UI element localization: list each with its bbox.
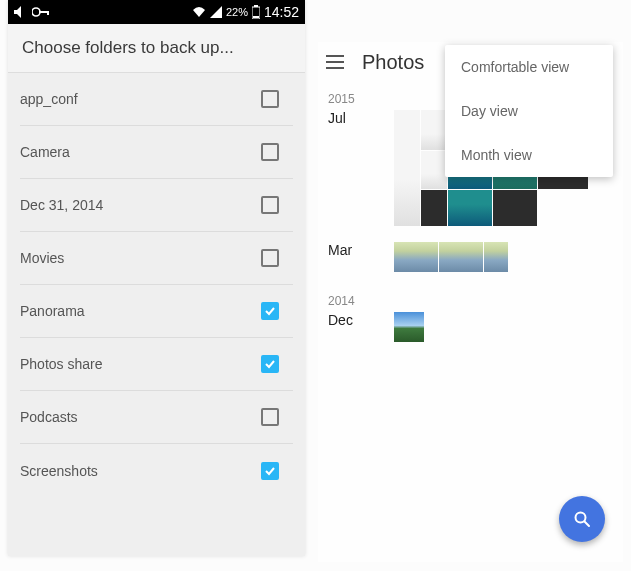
- photo-thumbnail[interactable]: [394, 110, 420, 226]
- folder-row[interactable]: Photos share: [20, 338, 293, 391]
- folder-label: Photos share: [20, 356, 261, 372]
- photos-screen: Photos Comfortable view Day view Month v…: [318, 42, 623, 562]
- folder-label: Camera: [20, 144, 261, 160]
- menu-item-comfortable[interactable]: Comfortable view: [445, 45, 613, 89]
- month-row: Mar: [318, 238, 623, 276]
- search-fab[interactable]: [559, 496, 605, 542]
- checkbox[interactable]: [261, 196, 279, 214]
- svg-marker-4: [210, 6, 222, 18]
- folder-label: Podcasts: [20, 409, 261, 425]
- photo-thumbnail[interactable]: [421, 151, 447, 189]
- photos-title: Photos: [362, 51, 424, 74]
- battery-percent: 22%: [226, 6, 248, 18]
- folder-label: Dec 31, 2014: [20, 197, 261, 213]
- month-row: Dec: [318, 308, 623, 346]
- status-bar: 22% 14:52: [8, 0, 305, 24]
- checkbox[interactable]: [261, 302, 279, 320]
- folder-label: app_conf: [20, 91, 261, 107]
- svg-point-1: [32, 8, 40, 16]
- photo-thumbnail[interactable]: [448, 190, 492, 226]
- folder-label: Panorama: [20, 303, 261, 319]
- svg-rect-6: [254, 5, 258, 7]
- folder-row[interactable]: Camera: [20, 126, 293, 179]
- photo-thumbnail[interactable]: [394, 242, 438, 272]
- clock: 14:52: [264, 4, 299, 20]
- folder-label: Movies: [20, 250, 261, 266]
- photo-thumbnail[interactable]: [484, 242, 508, 272]
- checkbox[interactable]: [261, 249, 279, 267]
- folder-row[interactable]: Podcasts: [20, 391, 293, 444]
- svg-rect-7: [253, 16, 259, 18]
- search-icon: [573, 510, 591, 528]
- key-icon: [32, 7, 50, 17]
- svg-rect-3: [47, 11, 49, 15]
- mar-thumbnails: [394, 242, 508, 272]
- photo-thumbnail[interactable]: [439, 242, 483, 272]
- folder-row[interactable]: Dec 31, 2014: [20, 179, 293, 232]
- wifi-icon: [192, 6, 206, 18]
- signal-icon: [210, 6, 222, 18]
- checkbox[interactable]: [261, 408, 279, 426]
- folder-list: app_conf Camera Dec 31, 2014 Movies Pano…: [8, 73, 305, 497]
- menu-item-month[interactable]: Month view: [445, 133, 613, 177]
- page-title: Choose folders to back up...: [8, 24, 305, 73]
- svg-marker-0: [14, 6, 21, 18]
- sound-icon: [14, 6, 28, 18]
- month-dec-label: Dec: [328, 312, 376, 328]
- photo-thumbnail[interactable]: [421, 190, 447, 226]
- folder-row[interactable]: Movies: [20, 232, 293, 285]
- checkbox[interactable]: [261, 143, 279, 161]
- checkbox[interactable]: [261, 462, 279, 480]
- checkbox[interactable]: [261, 90, 279, 108]
- folder-label: Screenshots: [20, 463, 261, 479]
- view-menu: Comfortable view Day view Month view: [445, 45, 613, 177]
- menu-icon[interactable]: [326, 55, 344, 69]
- backup-folders-screen: 22% 14:52 Choose folders to back up... a…: [8, 0, 305, 556]
- month-mar-label: Mar: [328, 242, 376, 258]
- menu-item-day[interactable]: Day view: [445, 89, 613, 133]
- month-jul-label: Jul: [328, 110, 376, 126]
- svg-line-9: [585, 522, 590, 527]
- folder-row[interactable]: app_conf: [20, 73, 293, 126]
- dec-thumbnails: [394, 312, 424, 342]
- photo-thumbnail[interactable]: [493, 190, 537, 226]
- folder-row[interactable]: Panorama: [20, 285, 293, 338]
- folder-row[interactable]: Screenshots: [20, 444, 293, 497]
- checkbox[interactable]: [261, 355, 279, 373]
- year-2014-label: 2014: [318, 294, 623, 308]
- photo-thumbnail[interactable]: [394, 312, 424, 342]
- battery-icon: [252, 5, 260, 19]
